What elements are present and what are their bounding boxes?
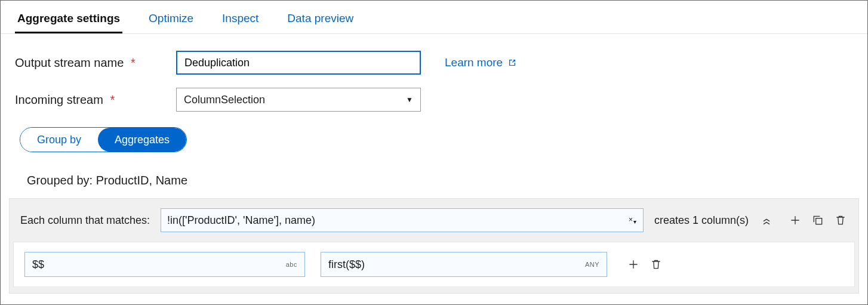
tab-aggregate-settings[interactable]: Aggregate settings (15, 7, 122, 33)
chevron-down-icon: ▼ (406, 95, 413, 104)
column-match-expression-text: !in(['ProductID', 'Name'], name) (167, 214, 315, 227)
column-name-expression-input[interactable]: $$ abc (24, 252, 305, 277)
add-pattern-button[interactable] (788, 213, 802, 227)
settings-form: Output stream name * Learn more Incoming… (1, 34, 867, 187)
column-name-expression-text: $$ (32, 258, 44, 271)
groupby-aggregates-toggle: Group by Aggregates (20, 127, 187, 152)
type-string-icon: abc (286, 261, 297, 268)
required-asterisk-icon: * (131, 56, 136, 69)
add-column-button[interactable] (626, 257, 641, 272)
svg-rect-0 (816, 218, 822, 224)
incoming-stream-select[interactable]: ColumnSelection ▼ (176, 88, 421, 112)
output-stream-label: Output stream name * (15, 56, 176, 70)
incoming-stream-value: ColumnSelection (184, 94, 265, 106)
column-row-actions (626, 257, 663, 272)
creates-columns-label: creates 1 column(s) (654, 214, 749, 227)
delete-column-button[interactable] (649, 257, 663, 272)
collapse-icon[interactable] (759, 213, 774, 227)
pattern-header-row: Each column that matches: !in(['ProductI… (10, 199, 858, 242)
output-stream-input[interactable] (176, 51, 421, 75)
copy-pattern-button[interactable] (811, 213, 825, 227)
incoming-stream-label: Incoming stream * (15, 93, 176, 107)
column-match-expression-input[interactable]: !in(['ProductID', 'Name'], name) ×▾ (161, 208, 644, 232)
output-stream-label-text: Output stream name (15, 56, 124, 69)
pattern-column-row: $$ abc first($$) ANY (13, 242, 855, 287)
external-link-icon (507, 58, 517, 67)
column-value-expression-text: first($$) (328, 258, 365, 271)
tab-data-preview[interactable]: Data preview (285, 7, 356, 33)
incoming-stream-row: Incoming stream * ColumnSelection ▼ (15, 88, 853, 112)
column-value-expression-input[interactable]: first($$) ANY (321, 252, 607, 277)
expression-dropdown-icon[interactable]: ×▾ (629, 215, 637, 225)
toggle-aggregates[interactable]: Aggregates (98, 128, 186, 152)
each-column-label: Each column that matches: (20, 214, 150, 227)
learn-more-text: Learn more (445, 56, 503, 69)
tab-inspect[interactable]: Inspect (220, 7, 261, 33)
output-stream-row: Output stream name * Learn more (15, 51, 853, 75)
type-any-icon: ANY (585, 261, 599, 268)
required-asterisk-icon: * (110, 93, 115, 106)
aggregate-settings-panel: Aggregate settings Optimize Inspect Data… (0, 0, 868, 305)
tab-optimize[interactable]: Optimize (146, 7, 196, 33)
delete-pattern-button[interactable] (833, 213, 848, 227)
pattern-actions (788, 213, 848, 227)
learn-more-link[interactable]: Learn more (445, 56, 517, 69)
grouped-by-summary: Grouped by: ProductID, Name (27, 174, 853, 187)
toggle-group-by[interactable]: Group by (20, 128, 98, 152)
tab-bar: Aggregate settings Optimize Inspect Data… (1, 1, 867, 34)
column-pattern-panel: Each column that matches: !in(['ProductI… (9, 198, 859, 294)
incoming-stream-label-text: Incoming stream (15, 93, 103, 106)
